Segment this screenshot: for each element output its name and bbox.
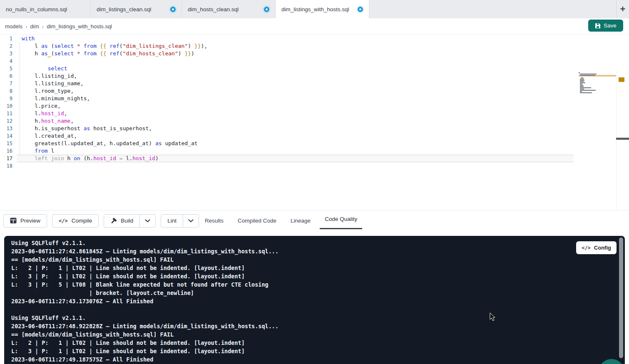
config-button-label: Config [594, 245, 611, 251]
tab-compiled-code[interactable]: Compiled Code [238, 210, 276, 231]
terminal-line: 2023-06-06T11:27:48.922828Z — Linting mo… [11, 322, 571, 330]
terminal-line: L: 2 | P: 1 | LT02 | Line should not be … [11, 264, 571, 272]
build-dropdown-button[interactable] [139, 215, 155, 227]
overview-ruler-warning-marker [619, 77, 624, 82]
preview-button-label: Preview [20, 218, 40, 224]
code-line-12[interactable]: 12 h.host_name, [0, 117, 629, 125]
editor-tab-bar: no_nulls_in_columns.sqldim_listings_clea… [0, 0, 629, 18]
save-button-label: Save [604, 22, 617, 29]
compile-button-label: Compile [72, 218, 92, 224]
terminal-line: 2023-06-06T11:27:49.187575Z — All Finish… [11, 355, 571, 364]
code-text: l.room_type, [22, 87, 74, 95]
terminal-line: L: 3 | P: 1 | LT02 | Line should not be … [11, 347, 571, 355]
code-line-1[interactable]: 1with [0, 35, 629, 42]
save-button[interactable]: Save [588, 20, 623, 32]
lint-button[interactable]: Lint [161, 215, 183, 227]
overview-ruler-cursor-marker [616, 138, 629, 140]
code-editor[interactable]: 1with2 l as (select * from {{ ref("dim_l… [0, 35, 629, 210]
breadcrumb-item[interactable]: dim_listings_with_hosts.sql [47, 23, 112, 30]
terminal-line: L: 3 | P: 1 | LT02 | Line should not be … [11, 272, 571, 280]
code-text: h.host_name, [22, 117, 74, 125]
code-text: l.host_id, [22, 110, 67, 117]
terminal-line: Using SQLFluff v2.1.1. [11, 239, 571, 247]
code-text: l.listing_id, [22, 72, 77, 80]
code-line-8[interactable]: 8 l.room_type, [0, 87, 629, 95]
line-number: 8 [0, 87, 12, 95]
code-line-9[interactable]: 9 l.minimum_nights, [0, 95, 629, 102]
code-line-2[interactable]: 2 l as (select * from {{ ref("dim_listin… [0, 42, 629, 50]
code-line-5[interactable]: 5 select [0, 65, 629, 72]
code-text: l.minimum_nights, [22, 95, 90, 102]
terminal-line: | bracket. [layout.cte_newline] [11, 289, 571, 297]
code-line-15[interactable]: 15 greatest(l.updated_at, h.updated_at) … [0, 140, 629, 147]
unsaved-changes-icon [358, 7, 363, 12]
code-line-6[interactable]: 6 l.listing_id, [0, 72, 629, 80]
code-text: h.is_superhost as host_is_superhost, [22, 125, 152, 132]
lint-button-label: Lint [167, 218, 177, 224]
code-line-14[interactable]: 14 l.created_at, [0, 132, 629, 140]
code-line-7[interactable]: 7 l.listing_name, [0, 80, 629, 87]
breadcrumb-item[interactable]: dim [30, 23, 39, 30]
tab-no-nulls-in-columns[interactable]: no_nulls_in_columns.sql [0, 0, 91, 18]
terminal-line: 2023-06-06T11:27:42.861845Z — Linting mo… [11, 247, 571, 255]
tab-dim-hosts-clean[interactable]: dim_hosts_clean.sql [182, 0, 276, 18]
terminal-line: == [models/dim/dim_listings_with_hosts.s… [11, 255, 571, 264]
new-tab-button[interactable]: + [616, 0, 629, 18]
code-lines: 1with2 l as (select * from {{ ref("dim_l… [0, 35, 629, 170]
terminal-line: Using SQLFluff v2.1.1. [11, 314, 571, 322]
code-icon: </> [582, 245, 591, 251]
code-line-3[interactable]: 3 h as (select * from {{ ref("dim_hosts_… [0, 50, 629, 57]
code-line-13[interactable]: 13 h.is_superhost as host_is_superhost, [0, 125, 629, 132]
code-text: select [22, 65, 67, 72]
open-file-tabs: no_nulls_in_columns.sqldim_listings_clea… [0, 0, 369, 18]
lint-dropdown-button[interactable] [183, 215, 199, 227]
code-line-4[interactable]: 4 [0, 57, 629, 65]
terminal-line [11, 305, 571, 314]
line-number: 14 [0, 132, 12, 140]
line-number: 10 [0, 102, 12, 110]
terminal-line: 2023-06-06T11:27:43.173076Z — All Finish… [11, 297, 571, 305]
compile-button[interactable]: </> Compile [52, 214, 99, 228]
code-line-11[interactable]: 11 l.host_id, [0, 110, 629, 117]
minimap[interactable] [579, 72, 617, 95]
breadcrumb-item[interactable]: models [5, 23, 22, 30]
unsaved-changes-icon [264, 7, 269, 12]
terminal-line: == [models/dim/dim_listings_with_hosts.s… [11, 330, 571, 339]
line-number: 5 [0, 65, 12, 72]
code-text: l.created_at, [22, 132, 77, 140]
tab-dim-listings-with-hosts[interactable]: dim_listings_with_hosts.sql [276, 0, 369, 18]
line-number: 4 [0, 57, 12, 65]
result-panel-tabs: Results Compiled Code Lineage Code Quali… [205, 210, 357, 231]
tab-code-quality[interactable]: Code Quality [325, 210, 357, 231]
terminal-output: Using SQLFluff v2.1.1.2023-06-06T11:27:4… [11, 239, 571, 364]
preview-button[interactable]: Preview [3, 214, 47, 228]
line-number: 9 [0, 95, 12, 102]
code-line-10[interactable]: 10 l.price, [0, 102, 629, 110]
tab-lineage[interactable]: Lineage [291, 210, 311, 231]
code-line-16[interactable]: 16 from l [0, 147, 629, 155]
plus-icon: + [620, 4, 626, 15]
config-button[interactable]: </> Config [576, 241, 617, 254]
chevron-down-icon [188, 219, 194, 223]
terminal-scrollbar[interactable] [619, 238, 623, 358]
tab-dim-listings-clean[interactable]: dim_listings_clean.sql [91, 0, 182, 18]
code-text: from l [22, 147, 54, 155]
table-icon [10, 218, 17, 224]
build-button-label: Build [121, 218, 133, 224]
code-text: l.price, [22, 102, 61, 110]
line-number: 17 [0, 155, 12, 162]
code-line-18[interactable]: 18 [0, 162, 629, 170]
line-number: 13 [0, 125, 12, 132]
tab-results[interactable]: Results [205, 210, 224, 231]
code-text: l as (select * from {{ ref("dim_listings… [22, 42, 207, 50]
breadcrumb-separator-icon: › [25, 23, 27, 30]
line-number: 11 [0, 110, 12, 117]
build-button[interactable]: Build [104, 215, 139, 227]
help-button[interactable] [599, 359, 624, 364]
code-line-17[interactable]: 17 left join h on (h.host_id = l.host_id… [0, 155, 629, 162]
tab-label: dim_hosts_clean.sql [188, 6, 239, 12]
line-number: 3 [0, 50, 12, 57]
line-number: 18 [0, 162, 12, 170]
build-split-button: Build [104, 214, 156, 228]
minimap-line [579, 94, 617, 95]
